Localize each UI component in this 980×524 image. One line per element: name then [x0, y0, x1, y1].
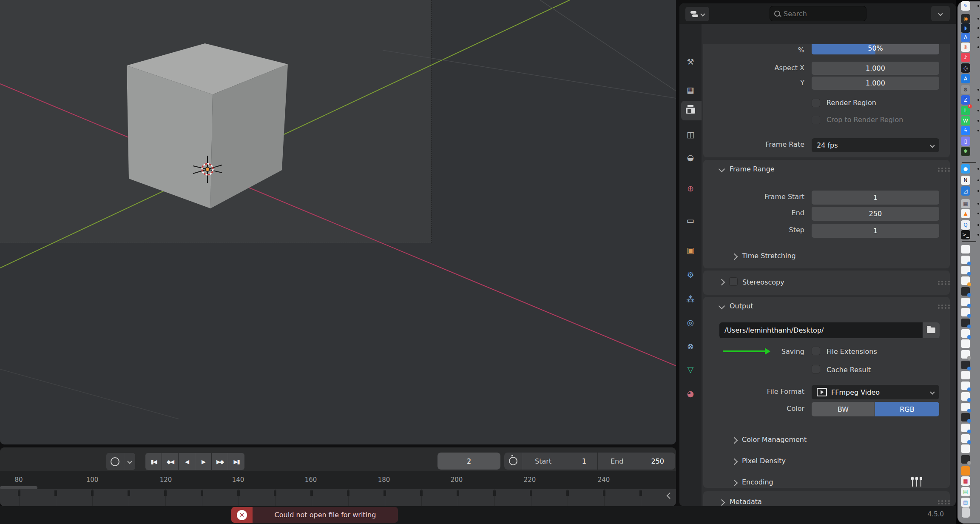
- panel-grip[interactable]: [938, 305, 940, 306]
- dock-minimized-window[interactable]: [961, 287, 970, 296]
- chevron-down-icon[interactable]: [719, 303, 725, 310]
- tab-view-layer[interactable]: ◫: [679, 127, 702, 142]
- resolution-pct-slider[interactable]: 50%: [812, 44, 939, 54]
- jump-to-end-button[interactable]: ▶▮: [228, 453, 244, 470]
- tab-object-data[interactable]: ▽: [679, 362, 702, 377]
- timeline-scrollbar[interactable]: [0, 486, 37, 489]
- frame-step-field[interactable]: 1: [812, 224, 939, 238]
- dock-minimized-window[interactable]: [961, 413, 970, 421]
- dock-orange-folder[interactable]: [961, 466, 970, 476]
- dock-camera-blue-app[interactable]: ●: [961, 164, 970, 174]
- dock-minimized-window[interactable]: [961, 276, 970, 285]
- dock-camera-app[interactable]: ◎: [961, 63, 970, 73]
- tab-output[interactable]: [679, 103, 702, 118]
- crop-region-checkbox[interactable]: [812, 116, 820, 124]
- browse-folder-button[interactable]: [923, 322, 940, 338]
- dock-green-doc[interactable]: ▤: [961, 487, 970, 496]
- dock-messenger-app[interactable]: ϟ: [961, 126, 970, 135]
- tab-physics[interactable]: ◎: [679, 315, 702, 330]
- output-path-field[interactable]: /Users/leminhthanh/Desktop/: [719, 322, 923, 338]
- dock-minimized-window[interactable]: [961, 298, 970, 306]
- dock-freeform-app[interactable]: ✎: [961, 1, 970, 11]
- tab-modifiers[interactable]: ⚙: [679, 267, 702, 282]
- pixel-density-subpanel[interactable]: Pixel Density: [742, 457, 786, 465]
- dock-vlc-app[interactable]: ▲: [961, 209, 970, 218]
- chevron-right-icon[interactable]: [719, 499, 725, 506]
- dock-minimized-window[interactable]: [961, 361, 970, 369]
- dock-minimized-window[interactable]: [961, 403, 970, 411]
- dock-minimized-window[interactable]: [961, 308, 970, 316]
- dock-color-grid[interactable]: ▦: [961, 476, 970, 486]
- dock-minimized-window[interactable]: [961, 444, 970, 453]
- output-title[interactable]: Output: [730, 302, 753, 310]
- dock-settings-app[interactable]: ⚙: [961, 85, 970, 94]
- metadata-title[interactable]: Metadata: [730, 498, 762, 506]
- error-message[interactable]: Could not open file for writing: [253, 507, 398, 523]
- timeline-channels[interactable]: [0, 489, 676, 506]
- timeline-collapse-arrow[interactable]: [668, 492, 672, 500]
- dock-minimized-window[interactable]: [961, 382, 970, 390]
- dock-minimized-window[interactable]: [961, 350, 970, 359]
- frame-range-title[interactable]: Frame Range: [730, 165, 775, 173]
- file-format-dropdown[interactable]: FFmpeg Video: [812, 385, 939, 399]
- dock-dev-tool-app[interactable]: ✱: [961, 147, 970, 156]
- encoding-subpanel[interactable]: Encoding: [742, 478, 773, 486]
- tab-world[interactable]: ⊕: [679, 181, 702, 196]
- editor-type-button[interactable]: [685, 7, 709, 21]
- color-management-subpanel[interactable]: Color Management: [742, 436, 807, 444]
- next-keyframe-button[interactable]: ▶◆: [212, 453, 228, 470]
- dock-minimized-window[interactable]: [961, 455, 970, 464]
- panel-grip[interactable]: [938, 500, 940, 502]
- dock-minimized-window[interactable]: [961, 329, 970, 338]
- dock-utilities-app[interactable]: ▦: [961, 199, 970, 208]
- color-rgb-button[interactable]: RGB: [875, 402, 939, 416]
- dock-vscode-app[interactable]: ◿: [961, 186, 970, 196]
- frame-end-field[interactable]: 250: [812, 207, 939, 221]
- time-stretching-subpanel[interactable]: Time Stretching: [742, 252, 796, 260]
- tab-constraints[interactable]: ⊗: [679, 339, 702, 354]
- dock-wechat-app[interactable]: W: [961, 116, 970, 125]
- dock-minimized-window[interactable]: [961, 434, 970, 443]
- dock-notion-app[interactable]: N: [961, 176, 970, 185]
- play-reverse-button[interactable]: ◀: [179, 453, 195, 470]
- dock-minimized-window[interactable]: [961, 339, 970, 348]
- render-region-checkbox[interactable]: [812, 99, 820, 107]
- prev-keyframe-button[interactable]: ◆◀: [162, 453, 178, 470]
- frame-end-field[interactable]: End 250: [598, 453, 675, 470]
- frame-rate-dropdown[interactable]: 24 fps: [812, 138, 939, 152]
- auto-keying-button[interactable]: [106, 453, 124, 470]
- dock-minimized-window[interactable]: [961, 319, 970, 327]
- file-extensions-checkbox[interactable]: [812, 347, 820, 355]
- dock-quicktime-app[interactable]: Q: [961, 220, 970, 230]
- tab-scene[interactable]: ◒: [679, 150, 702, 165]
- cache-result-checkbox[interactable]: [812, 365, 820, 373]
- frame-start-field[interactable]: Start 1: [522, 453, 597, 470]
- dock-translate-app[interactable]: A: [961, 33, 970, 42]
- tab-particles[interactable]: ⁂: [679, 291, 702, 307]
- dock-blender-app[interactable]: ◉: [961, 14, 970, 23]
- chevron-down-icon[interactable]: [719, 166, 725, 173]
- panel-grip[interactable]: [938, 168, 940, 169]
- dock-minimized-window[interactable]: [961, 266, 970, 274]
- chevron-right-icon[interactable]: [719, 279, 725, 286]
- current-frame-field[interactable]: 2: [437, 453, 500, 470]
- play-button[interactable]: ▶: [195, 453, 211, 470]
- use-preview-range-button[interactable]: [504, 453, 522, 470]
- stereoscopy-title[interactable]: Stereoscopy: [742, 278, 784, 286]
- dock-zalo-app[interactable]: Z: [961, 95, 970, 105]
- jump-to-start-button[interactable]: ▮◀: [145, 453, 162, 470]
- tab-material[interactable]: ◕: [679, 386, 702, 401]
- dock-minimized-window[interactable]: [961, 256, 970, 264]
- viewport-3d[interactable]: [0, 0, 676, 444]
- chevron-right-icon[interactable]: [731, 437, 738, 444]
- panel-grip[interactable]: [938, 281, 940, 282]
- error-icon-box[interactable]: ✕: [231, 507, 253, 523]
- chevron-right-icon[interactable]: [731, 458, 738, 465]
- dock-phone-mirror-app[interactable]: ▯: [961, 137, 970, 146]
- dock-photos-app[interactable]: ❋: [961, 43, 970, 52]
- timeline-ruler[interactable]: 80100120140160180200220240: [0, 471, 676, 489]
- dock-terminal-app[interactable]: >_: [961, 230, 970, 239]
- dock-photo-tool-app[interactable]: ◗: [961, 23, 970, 33]
- dock-app-store[interactable]: A: [961, 74, 970, 83]
- aspect-x-field[interactable]: 1.000: [812, 62, 939, 75]
